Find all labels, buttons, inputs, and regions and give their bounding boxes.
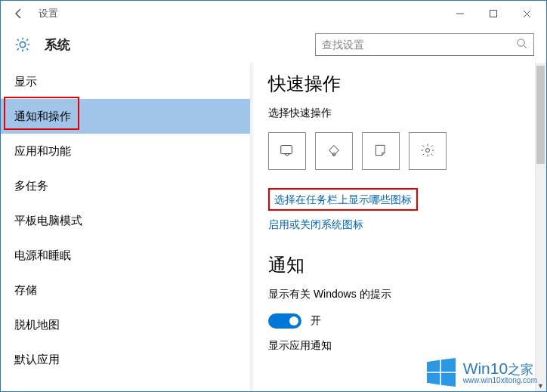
notif-row2-label: 显示应用通知 xyxy=(268,339,528,353)
svg-rect-1 xyxy=(490,11,497,17)
svg-rect-5 xyxy=(329,145,339,155)
close-button[interactable] xyxy=(510,2,543,25)
quick-actions-subheading: 选择快速操作 xyxy=(268,106,528,120)
back-button[interactable] xyxy=(8,3,29,24)
sidebar-item-label: 默认应用 xyxy=(14,353,60,367)
sidebar-item-label: 电源和睡眠 xyxy=(14,248,71,263)
rotation-lock-icon xyxy=(326,142,342,161)
header-bar: 系统 xyxy=(1,26,546,63)
sidebar-item-label: 平板电脑模式 xyxy=(14,214,82,228)
svg-rect-4 xyxy=(281,145,292,153)
qa-tile-rotation[interactable] xyxy=(315,132,353,170)
sidebar-item-label: 存储 xyxy=(14,283,37,298)
sidebar-item-storage[interactable]: 存储 xyxy=(1,273,250,307)
search-box[interactable] xyxy=(315,33,534,56)
scrollbar-thumb[interactable] xyxy=(536,66,545,164)
search-input[interactable] xyxy=(322,39,516,51)
sidebar-item-display[interactable]: 显示 xyxy=(1,64,250,99)
toggle-windows-tips-state: 开 xyxy=(311,314,321,328)
window-title: 设置 xyxy=(39,7,443,20)
sidebar-item-maps[interactable]: 脱机地图 xyxy=(1,307,250,342)
gear-icon xyxy=(420,143,435,160)
title-bar: 设置 xyxy=(1,1,546,26)
sidebar: 显示 通知和操作 应用和功能 多任务 平板电脑模式 电源和睡眠 存储 脱机地图 … xyxy=(1,63,250,391)
scrollbar-down-arrow[interactable]: ▼ xyxy=(535,380,546,391)
notifications-heading: 通知 xyxy=(268,253,528,277)
link-system-icons[interactable]: 启用或关闭系统图标 xyxy=(268,218,363,232)
minimize-button[interactable] xyxy=(443,2,477,25)
sidebar-item-default-apps[interactable]: 默认应用 xyxy=(1,342,250,377)
section-title: 系统 xyxy=(45,36,70,54)
search-icon xyxy=(516,38,527,51)
svg-point-7 xyxy=(426,148,430,152)
svg-point-2 xyxy=(518,39,524,46)
sidebar-item-apps[interactable]: 应用和功能 xyxy=(1,134,250,168)
note-icon xyxy=(373,143,388,160)
qa-tile-settings[interactable] xyxy=(409,132,447,170)
content-pane: 快速操作 选择快速操作 选择在任务栏上显示哪些图标 启用或关闭系统图标 通知 显… xyxy=(250,63,546,391)
sidebar-item-power[interactable]: 电源和睡眠 xyxy=(1,238,250,273)
annotation-highlight-link: 选择在任务栏上显示哪些图标 xyxy=(268,188,418,211)
qa-tile-tablet[interactable] xyxy=(268,132,306,170)
svg-line-3 xyxy=(524,45,527,48)
notif-row1-label: 显示有关 Windows 的提示 xyxy=(268,288,528,301)
link-taskbar-icons[interactable]: 选择在任务栏上显示哪些图标 xyxy=(274,193,412,207)
sidebar-item-label: 显示 xyxy=(14,75,37,89)
settings-gear-icon xyxy=(13,35,32,54)
tablet-icon xyxy=(279,142,295,161)
maximize-button[interactable] xyxy=(477,2,510,25)
qa-tile-note[interactable] xyxy=(362,132,400,170)
sidebar-item-label: 脱机地图 xyxy=(14,318,60,332)
sidebar-item-notifications[interactable]: 通知和操作 xyxy=(1,99,250,134)
sidebar-item-label: 通知和操作 xyxy=(14,110,71,124)
sidebar-item-label: 多任务 xyxy=(14,179,48,193)
toggle-windows-tips[interactable] xyxy=(268,313,301,329)
sidebar-item-tablet[interactable]: 平板电脑模式 xyxy=(1,203,250,238)
sidebar-item-label: 应用和功能 xyxy=(14,144,71,159)
sidebar-item-multitask[interactable]: 多任务 xyxy=(1,168,250,203)
quick-actions-heading: 快速操作 xyxy=(268,72,528,96)
